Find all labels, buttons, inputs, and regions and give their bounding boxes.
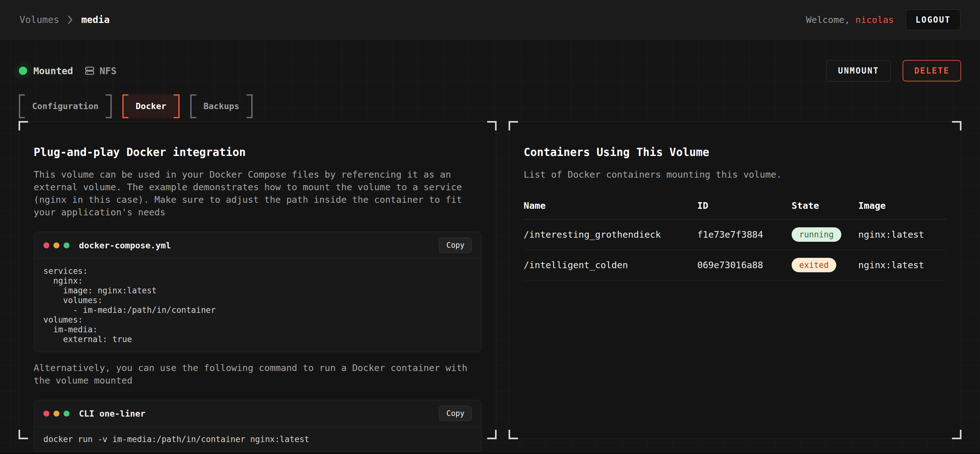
cli-code-content: docker run -v im-media:/path/in/containe… [34,427,481,452]
tab-configuration[interactable]: Configuration [19,94,111,118]
window-dots [43,411,70,417]
cli-copy-button[interactable]: Copy [439,406,472,421]
compose-filename: docker-compose.yml [79,241,171,250]
cli-filename: CLI one-liner [79,409,145,419]
volume-type: NFS [84,65,116,76]
cli-intro-text: Alternatively, you can use the following… [33,362,471,387]
cli-code-header: CLI one-liner Copy [34,400,481,427]
cli-code-block: CLI one-liner Copy docker run -v im-medi… [33,400,482,452]
column-header-state: State [792,200,858,219]
breadcrumb: Volumes media [19,14,110,25]
containers-panel: Containers Using This Volume List of Doc… [509,121,961,439]
column-header-image: Image [858,200,947,219]
corner-bracket-icon [952,430,961,439]
corner-bracket-icon [509,121,518,130]
containers-table: Name ID State Image /interesting_grothen… [523,200,947,281]
compose-code-block: docker-compose.yml Copy services: nginx:… [33,232,482,352]
main-content: Mounted NFS UNMOUNT DELETE Configuration… [0,40,980,452]
window-dot-green-icon [64,243,70,248]
docker-panel-title: Plug-and-play Docker integration [33,145,482,159]
container-name: /interesting_grothendieck [523,219,697,250]
container-id: f1e73e7f3884 [697,219,792,250]
corner-bracket-icon [19,430,28,439]
tab-bar: Configuration Docker Backups [19,94,961,118]
breadcrumb-current-volume: media [81,14,110,25]
welcome-text: Welcome, nicolas [806,14,894,25]
table-row: /interesting_grothendieck f1e73e7f3884 r… [523,219,947,250]
logout-button[interactable]: LOGOUT [906,10,961,30]
mounted-status-label: Mounted [33,65,73,76]
mount-status: Mounted NFS [19,65,117,76]
status-badge: exited [792,258,836,272]
container-name: /intelligent_colden [523,250,697,281]
compose-copy-button[interactable]: Copy [439,238,472,253]
unmount-button[interactable]: UNMOUNT [827,60,891,81]
welcome-prefix: Welcome, [806,14,850,25]
tab-backups[interactable]: Backups [190,94,253,118]
window-dot-red-icon [43,411,49,417]
footer-strip [0,452,980,454]
topbar-right: Welcome, nicolas LOGOUT [806,10,961,30]
window-dot-amber-icon [54,243,59,248]
containers-panel-subtitle: List of Docker containers mounting this … [523,168,947,181]
corner-bracket-icon [509,430,518,439]
container-id: 069e73016a88 [697,250,792,281]
table-header-row: Name ID State Image [523,200,947,219]
corner-bracket-icon [19,121,28,130]
corner-bracket-icon [487,430,496,439]
docker-panel-description: This volume can be used in your Docker C… [33,168,471,219]
chevron-right-icon [67,15,73,24]
window-dot-green-icon [64,411,70,417]
window-dot-amber-icon [54,411,59,417]
window-dots [43,243,70,248]
panels-row: Plug-and-play Docker integration This vo… [19,121,961,439]
table-row: /intelligent_colden 069e73016a88 exited … [523,250,947,281]
tab-docker[interactable]: Docker [123,94,180,118]
compose-code-content: services: nginx: image: nginx:latest vol… [34,259,481,352]
topbar: Volumes media Welcome, nicolas LOGOUT [0,0,980,40]
column-header-id: ID [697,200,792,219]
container-image: nginx:latest [858,250,947,281]
containers-panel-title: Containers Using This Volume [523,145,947,159]
window-dot-red-icon [43,243,49,248]
compose-code-header: docker-compose.yml Copy [34,232,481,259]
docker-integration-panel: Plug-and-play Docker integration This vo… [19,121,496,439]
username: nicolas [856,14,894,25]
container-image: nginx:latest [858,219,947,250]
status-bar: Mounted NFS UNMOUNT DELETE [19,40,961,82]
breadcrumb-volumes-link[interactable]: Volumes [19,14,59,25]
volume-type-label: NFS [99,65,116,76]
corner-bracket-icon [487,121,496,130]
mounted-status-dot-icon [19,67,27,75]
corner-bracket-icon [952,121,961,130]
delete-button[interactable]: DELETE [903,60,961,81]
status-badge: running [792,227,841,242]
volume-actions: UNMOUNT DELETE [827,60,961,81]
column-header-name: Name [523,200,697,219]
server-icon [84,65,95,76]
